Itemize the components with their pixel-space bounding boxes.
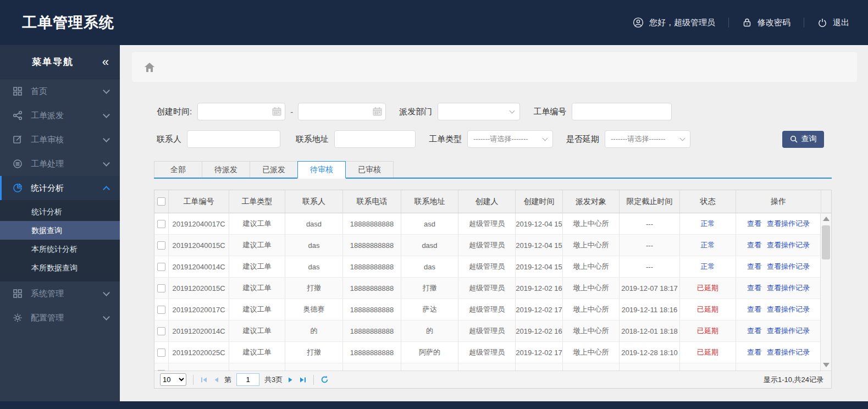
filter-form: 创建时间: - — [157, 103, 857, 148]
row-select-cell — [154, 342, 169, 363]
submenu-item-local-statistics[interactable]: 本所统计分析 — [0, 240, 120, 258]
cell-created_at: 2019-12-02 17 — [516, 342, 563, 363]
view-log-link[interactable]: 查看操作记录 — [767, 262, 810, 272]
cell-order_no: 201912040014C — [169, 256, 229, 278]
status-cell: 正常 — [680, 256, 736, 278]
address-input[interactable] — [334, 130, 416, 148]
tab-1[interactable]: 待派发 — [202, 161, 250, 178]
page-number-input[interactable] — [236, 373, 259, 386]
select-all-cell — [154, 190, 169, 213]
calendar-icon[interactable] — [373, 107, 382, 116]
logout-button[interactable]: 退出 — [817, 18, 849, 28]
row-checkbox[interactable] — [157, 306, 165, 314]
row-checkbox[interactable] — [157, 349, 165, 357]
select-all-checkbox[interactable] — [157, 197, 165, 206]
cell-contact: 奥德赛 — [285, 299, 343, 320]
collapse-sidebar-button[interactable]: « — [102, 56, 109, 68]
view-log-link[interactable]: 查看操作记录 — [767, 240, 810, 250]
orders-table-panel: 工单编号工单类型联系人联系电话联系地址创建人创建时间派发对象限定截止时间状态操作… — [154, 190, 832, 389]
tab-3[interactable]: 待审核 — [297, 161, 346, 179]
sidebar-item-home[interactable]: 首页 — [0, 79, 120, 103]
sidebar-item-dispatch[interactable]: 工单派发 — [0, 103, 120, 128]
sidebar-title: 菜单导航 — [32, 56, 74, 68]
view-link[interactable]: 查看 — [747, 219, 761, 229]
sidebar-item-process[interactable]: 工单处理 — [0, 152, 120, 176]
sidebar-item-config[interactable]: 配置管理 — [0, 306, 120, 330]
delay-select[interactable]: -------请选择------- — [605, 130, 690, 148]
main-content: 创建时间: - — [120, 45, 868, 401]
status-cell: 已延期 — [680, 342, 736, 363]
cell-creator — [458, 363, 516, 371]
row-select-cell — [154, 278, 169, 299]
tab-4[interactable]: 已审核 — [345, 161, 394, 178]
order-type-value: -------请选择------- — [473, 134, 528, 144]
column-header: 状态 — [680, 190, 736, 213]
home-icon[interactable] — [144, 62, 155, 73]
cell-phone: 18888888888 — [343, 256, 401, 278]
scroll-up-icon[interactable] — [823, 217, 830, 221]
pagination-bar: 10 第 共3页 — [154, 371, 831, 388]
search-icon — [790, 135, 798, 143]
orders-table: 工单编号工单类型联系人联系电话联系地址创建人创建时间派发对象限定截止时间状态操作… — [154, 190, 831, 371]
cell-creator: 超级管理员 — [458, 299, 516, 320]
breadcrumb — [132, 52, 857, 82]
refresh-button[interactable] — [320, 375, 329, 384]
row-checkbox[interactable] — [157, 284, 165, 292]
column-header: 联系人 — [285, 190, 343, 213]
row-checkbox[interactable] — [157, 263, 165, 271]
first-page-button[interactable] — [200, 376, 208, 384]
next-page-button[interactable] — [288, 376, 294, 384]
greeting-text: 您好，超级管理员 — [649, 18, 715, 28]
scroll-down-icon[interactable] — [823, 363, 830, 367]
app-root: 工单管理系统 您好，超级管理员 修改密码 — [0, 0, 868, 409]
view-log-link[interactable]: 查看操作记录 — [767, 347, 810, 357]
row-select-cell — [154, 320, 169, 342]
tab-0[interactable]: 全部 — [154, 161, 202, 178]
submenu-item-statistics[interactable]: 统计分析 — [0, 202, 120, 221]
search-button[interactable]: 查询 — [782, 131, 824, 148]
row-checkbox[interactable] — [157, 370, 165, 371]
row-checkbox[interactable] — [157, 327, 165, 335]
sidebar-item-statistics[interactable]: 统计分析 — [0, 176, 120, 200]
page-size-select[interactable]: 10 — [160, 373, 186, 386]
tab-2[interactable]: 已派发 — [250, 161, 298, 178]
scrollbar-thumb[interactable] — [822, 225, 830, 259]
cell-address: asd — [401, 213, 458, 235]
row-checkbox[interactable] — [157, 241, 165, 250]
view-log-link[interactable]: 查看操作记录 — [767, 305, 810, 314]
view-link[interactable]: 查看 — [747, 240, 761, 250]
statistics-submenu: 统计分析 数据查询 本所统计分析 本所数据查询 — [0, 200, 120, 281]
view-link[interactable]: 查看 — [747, 326, 761, 336]
view-log-link[interactable]: 查看操作记录 — [767, 326, 810, 336]
cell-creator: 超级管理员 — [458, 256, 516, 278]
grid-icon — [12, 86, 23, 97]
vertical-scrollbar[interactable] — [820, 213, 831, 371]
calendar-icon[interactable] — [272, 107, 281, 116]
column-header: 限定截止时间 — [620, 190, 680, 213]
prev-page-button[interactable] — [213, 376, 219, 384]
sidebar-item-review[interactable]: 工单审核 — [0, 128, 120, 152]
share-icon — [12, 110, 23, 121]
view-link[interactable]: 查看 — [747, 283, 761, 293]
view-link[interactable]: 查看 — [747, 305, 761, 314]
submenu-item-local-data-query[interactable]: 本所数据查询 — [0, 258, 120, 277]
order-type-select[interactable]: -------请选择------- — [467, 130, 553, 148]
contact-input[interactable] — [187, 130, 280, 148]
order-no-input[interactable] — [572, 103, 672, 120]
cell-created_at: 2019-12-04 15 — [516, 256, 563, 278]
cell-deadline: 2019-12-28 18:10 — [620, 342, 680, 363]
view-link[interactable]: 查看 — [747, 347, 761, 357]
cell-created_at: 2019-12-04 15 — [516, 213, 563, 235]
change-password-link[interactable]: 修改密码 — [742, 18, 790, 28]
submenu-item-data-query[interactable]: 数据查询 — [0, 221, 120, 240]
row-checkbox[interactable] — [157, 220, 165, 228]
column-header: 工单类型 — [229, 190, 285, 213]
view-link[interactable]: 查看 — [747, 262, 761, 272]
view-log-link[interactable]: 查看操作记录 — [767, 283, 810, 293]
last-page-button[interactable] — [299, 376, 307, 384]
view-log-link[interactable]: 查看操作记录 — [767, 219, 810, 229]
cell-phone: 18888888888 — [343, 320, 401, 342]
dispatch-dept-select[interactable] — [438, 103, 520, 120]
actions-cell: 查看查看操作记录 — [736, 278, 821, 299]
sidebar-item-system[interactable]: 系统管理 — [0, 281, 120, 306]
